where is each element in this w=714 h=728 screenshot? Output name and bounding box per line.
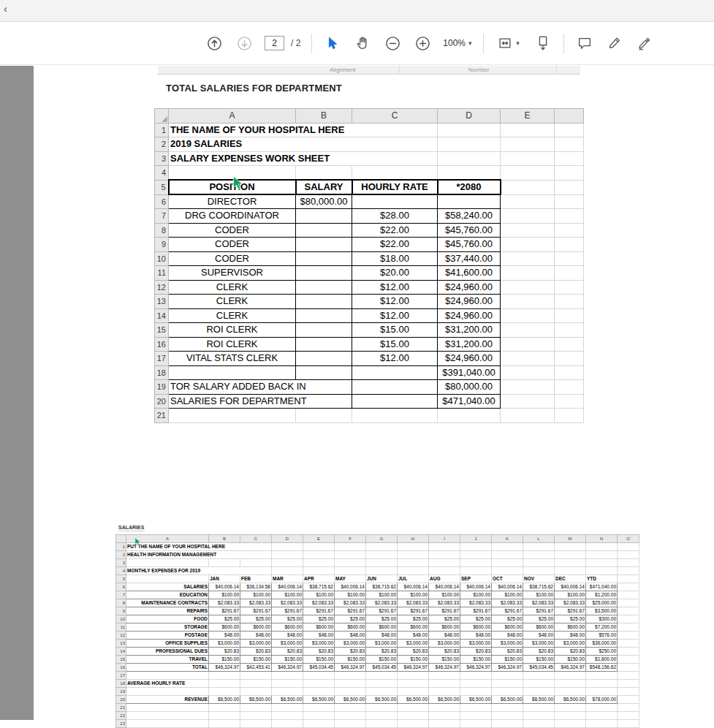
cell: $100.00: [429, 591, 460, 599]
cell: PROFESSIONAL DUES: [126, 648, 209, 656]
cell: [429, 551, 460, 559]
cell: $31,200.00: [438, 337, 501, 352]
cell: $100.00: [555, 591, 586, 599]
cell: $150.00: [492, 656, 523, 664]
cell: $48.00: [335, 632, 366, 640]
cell: $24,960.00: [438, 295, 501, 309]
scroll-mode-button[interactable]: [533, 34, 552, 53]
sheet2-row-2: 2HEALTH INFORMATION MANAGEMENT: [116, 551, 639, 559]
cell: [618, 696, 639, 704]
zoom-out-button[interactable]: [383, 34, 402, 53]
cell: [492, 567, 523, 575]
cell: $48.00: [523, 632, 555, 640]
col-header-e: E: [303, 535, 335, 543]
col-header-f: F: [335, 535, 366, 543]
caret-down-icon: ▾: [516, 39, 520, 47]
zoom-in-button[interactable]: [413, 34, 432, 53]
cell: $600.00: [460, 623, 492, 632]
zoom-level-dropdown[interactable]: 100% ▾: [443, 38, 471, 48]
cell: $6,500.00: [492, 696, 523, 704]
cell: CLERK: [169, 295, 296, 309]
cell: $6,500.00: [240, 696, 272, 704]
sheet2-row-18: 18AVERAGE HOURLY RATE: [116, 680, 639, 688]
collapse-panel-chevron-icon[interactable]: ‹: [4, 2, 7, 15]
cell: [438, 137, 501, 152]
cell: [555, 352, 584, 366]
hand-tool-button[interactable]: [353, 34, 372, 53]
cell: $25.00: [240, 615, 272, 623]
comment-tool-button[interactable]: [575, 34, 594, 53]
cell: [429, 543, 460, 551]
cell: [352, 194, 438, 209]
cell: [335, 567, 366, 575]
cell: $7,200.00: [586, 623, 618, 632]
col-header-d: D: [272, 535, 303, 543]
cell: [501, 352, 555, 366]
cell: $46,324.97: [492, 664, 523, 672]
cell: $3,000.00: [460, 640, 492, 648]
cell: $291.67: [335, 607, 366, 615]
highlight-tool-button[interactable]: [605, 34, 624, 53]
fill-sign-tool-button[interactable]: [635, 34, 654, 53]
cell: [492, 712, 523, 720]
next-page-button[interactable]: [235, 34, 254, 53]
cell: $291.67: [272, 607, 303, 615]
row-header: 3: [155, 151, 169, 166]
cell: $600.00: [429, 623, 460, 632]
page-number-input[interactable]: [265, 36, 284, 50]
cell: [352, 365, 438, 380]
cell: $600.00: [303, 623, 335, 632]
previous-page-button[interactable]: [205, 34, 224, 53]
cell: [272, 720, 303, 728]
cell: [209, 680, 240, 688]
cell: $48.00: [209, 632, 240, 640]
cell: $38,715.62: [303, 583, 335, 591]
cell: [303, 543, 335, 551]
cell: [366, 559, 398, 567]
row-header: 13: [116, 640, 126, 648]
col-header-h: H: [398, 535, 429, 543]
col-header-c: C: [240, 535, 272, 543]
cell: $36,134.58: [240, 583, 272, 591]
select-tool-button[interactable]: [323, 34, 342, 53]
cell: [398, 559, 429, 567]
cell: [366, 543, 398, 551]
cell: SALARIES: [126, 583, 209, 591]
cell: FOOD: [126, 615, 209, 623]
cell: $291.67: [240, 607, 272, 615]
ribbon-group-label: Alignment: [330, 67, 356, 73]
cell: [429, 712, 460, 720]
cell: [501, 394, 555, 409]
cell: $6,500.00: [335, 696, 366, 704]
cell: $600.00: [398, 623, 429, 632]
cell: $3,000.00: [272, 640, 303, 648]
cell: $22.00: [352, 238, 438, 252]
cell: [296, 166, 352, 181]
cell: $20.83: [366, 648, 398, 656]
cell: [523, 543, 555, 551]
cell: $25.00: [398, 615, 429, 623]
cell: $25.00: [555, 615, 586, 623]
cell: [240, 720, 272, 728]
cell: [438, 151, 501, 166]
circle-arrow-down-icon: [236, 35, 253, 52]
cell: [586, 567, 618, 575]
cell: [501, 380, 555, 395]
cell: [460, 712, 492, 720]
cell: [366, 688, 398, 696]
cell: [555, 559, 586, 567]
cell: [209, 720, 240, 728]
cell: [366, 712, 398, 720]
cell: [555, 180, 584, 194]
cell: $80,000.00: [296, 194, 352, 209]
cell: [209, 712, 240, 720]
row-header: 6: [155, 194, 169, 209]
cell: [296, 365, 352, 380]
sheet2-row-12: 12POSTAGE$48.00$48.00$48.00$48.00$48.00$…: [116, 632, 639, 640]
cell: $100.00: [366, 591, 398, 599]
cell: [618, 615, 639, 623]
page-display-options-button[interactable]: ▾: [495, 34, 523, 53]
cell: [398, 543, 429, 551]
cell: [618, 567, 639, 575]
cell: TRAVEL: [126, 656, 209, 664]
